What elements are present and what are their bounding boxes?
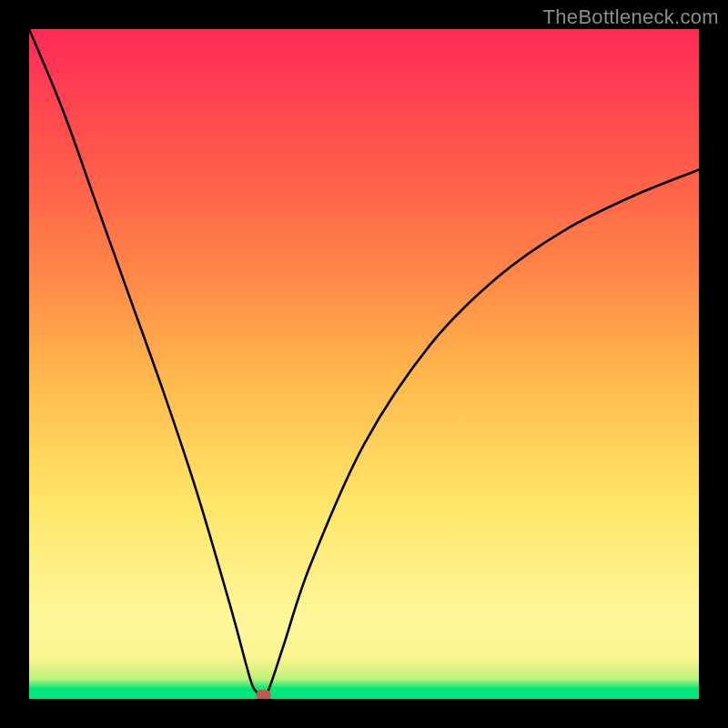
bottleneck-marker [257,690,271,699]
watermark-text: TheBottleneck.com [543,5,719,29]
chart-frame: TheBottleneck.com [0,0,728,728]
plot-area [29,29,699,699]
bottleneck-curve-path [29,29,699,699]
curve-svg [29,29,699,699]
